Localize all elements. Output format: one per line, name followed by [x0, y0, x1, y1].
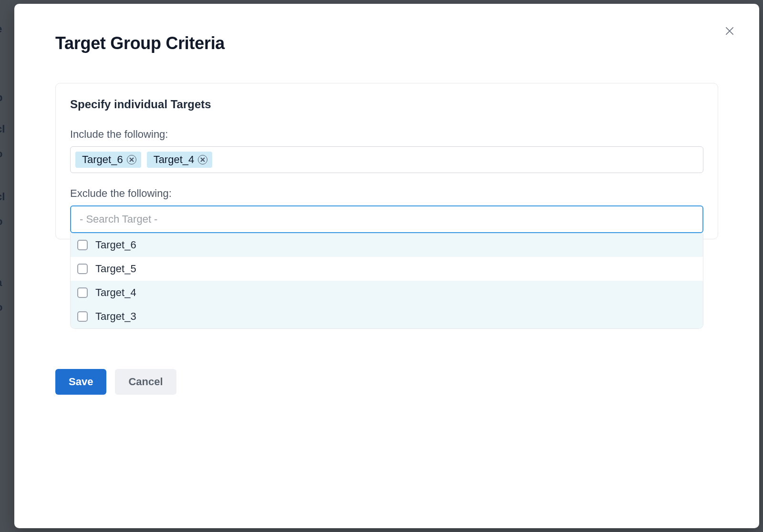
dropdown-option[interactable]: Target_5	[71, 257, 703, 281]
dropdown-option-label: Target_3	[95, 310, 136, 323]
dropdown-option-label: Target_6	[95, 239, 136, 251]
include-tag: Target_4	[147, 152, 213, 168]
dropdown-option[interactable]: Target_3	[71, 305, 703, 328]
include-tag-label: Target_4	[154, 153, 195, 166]
save-button[interactable]: Save	[55, 369, 106, 395]
card-title: Specify individual Targets	[70, 98, 703, 111]
exclude-dropdown: Target_6 Target_5 Target_4 Target_3	[70, 233, 703, 329]
include-tag-label: Target_6	[82, 153, 123, 166]
target-group-criteria-modal: Target Group Criteria Specify individual…	[14, 4, 759, 528]
close-icon	[723, 25, 736, 39]
checkbox-icon[interactable]	[77, 240, 88, 250]
checkbox-icon[interactable]	[77, 264, 88, 274]
dropdown-option[interactable]: Target_4	[71, 281, 703, 305]
dropdown-option[interactable]: Target_6	[71, 233, 703, 257]
cancel-button[interactable]: Cancel	[115, 369, 176, 395]
include-targets-input[interactable]: Target_6 Target_4	[70, 146, 703, 173]
remove-icon	[200, 156, 205, 164]
close-button[interactable]	[720, 22, 739, 41]
remove-icon	[129, 156, 134, 164]
exclude-search-input[interactable]	[70, 205, 703, 233]
dropdown-option-label: Target_4	[95, 286, 136, 299]
include-label: Include the following:	[70, 128, 703, 141]
remove-tag-button[interactable]	[198, 155, 207, 164]
exclude-label: Exclude the following:	[70, 187, 703, 200]
modal-title: Target Group Criteria	[55, 33, 718, 53]
dropdown-option-label: Target_5	[95, 263, 136, 275]
specify-targets-card: Specify individual Targets Include the f…	[55, 83, 718, 239]
include-tag: Target_6	[75, 152, 141, 168]
modal-actions: Save Cancel	[55, 369, 718, 395]
checkbox-icon[interactable]	[77, 287, 88, 298]
remove-tag-button[interactable]	[127, 155, 136, 164]
checkbox-icon[interactable]	[77, 311, 88, 322]
